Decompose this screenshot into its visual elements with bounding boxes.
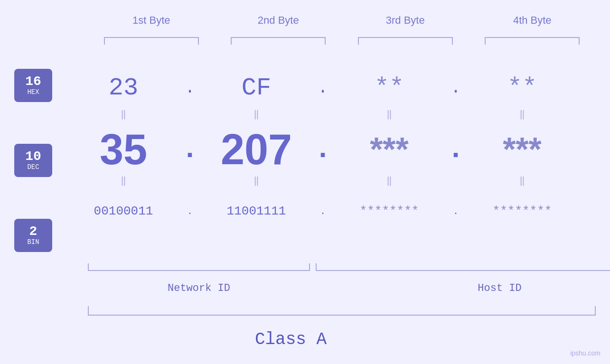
- hex-num: 16: [25, 75, 41, 88]
- network-id-label: Network ID: [88, 282, 310, 294]
- top-brackets: [88, 37, 596, 45]
- byte-header-3: 3rd Byte: [358, 14, 453, 27]
- bottom-brackets: [88, 263, 596, 273]
- pipe-row-2: ‖ ‖ ‖ ‖: [69, 173, 601, 187]
- hex-label: HEX: [27, 88, 39, 96]
- pipe-row-1: ‖ ‖ ‖ ‖: [69, 107, 601, 121]
- byte-header-2: 2nd Byte: [231, 14, 326, 27]
- dec-num: 10: [25, 150, 41, 163]
- hex-b2: CF: [202, 74, 311, 102]
- class-label: Class A: [0, 330, 582, 349]
- dec-badge: 10 DEC: [14, 144, 52, 177]
- dec-b4: ***: [468, 133, 577, 166]
- bracket-top-3: [358, 37, 453, 45]
- rows-container: 23 . CF . ** . ** ‖ ‖: [69, 57, 601, 230]
- base-labels: 16 HEX 10 DEC 2 BIN: [14, 69, 52, 252]
- byte-header-4: 4th Byte: [485, 14, 580, 27]
- dec-label: DEC: [27, 163, 39, 171]
- main-container: 1st Byte 2nd Byte 3rd Byte 4th Byte 16 H…: [0, 0, 610, 364]
- hex-badge: 16 HEX: [14, 69, 52, 102]
- bin-badge: 2 BIN: [14, 219, 52, 252]
- bin-dot-3: .: [444, 206, 468, 217]
- bracket-top-4: [485, 37, 580, 45]
- hex-b4: **: [468, 74, 577, 102]
- dec-b3: ***: [335, 133, 444, 166]
- id-labels: Network ID Host ID: [88, 282, 596, 294]
- bracket-top-1: [104, 37, 199, 45]
- hex-dot-3: .: [444, 78, 468, 98]
- bracket-row: [88, 263, 596, 273]
- dec-dot-2: .: [311, 135, 335, 164]
- host-id-label: Host ID: [316, 282, 610, 294]
- hex-b3: **: [335, 74, 444, 102]
- pipe-1-b1: ‖: [69, 108, 178, 120]
- pipe-1-b3: ‖: [335, 108, 444, 120]
- bin-b3: ********: [335, 204, 444, 218]
- dec-dot-1: .: [178, 135, 202, 164]
- pipe-2-b2: ‖: [202, 175, 311, 187]
- watermark: ipshu.com: [570, 349, 601, 357]
- dec-row: 35 . 207 . *** . ***: [69, 126, 601, 173]
- bin-num: 2: [29, 225, 38, 238]
- pipe-1-b4: ‖: [468, 108, 577, 120]
- hex-row: 23 . CF . ** . **: [69, 69, 601, 107]
- bin-b2: 11001111: [202, 204, 311, 218]
- bracket-network: [88, 263, 310, 271]
- bin-b1: 00100011: [69, 204, 178, 218]
- pipe-2-b1: ‖: [69, 175, 178, 187]
- byte-header-1: 1st Byte: [104, 14, 199, 27]
- bracket-top-2: [231, 37, 326, 45]
- pipe-2-b4: ‖: [468, 175, 577, 187]
- bin-dot-1: .: [178, 206, 202, 217]
- pipe-1-b2: ‖: [202, 108, 311, 120]
- hex-dot-2: .: [311, 78, 335, 98]
- bin-dot-2: .: [311, 206, 335, 217]
- dec-b1: 35: [69, 128, 178, 171]
- outer-bracket: [88, 306, 596, 316]
- hex-dot-1: .: [178, 78, 202, 98]
- hex-b1: 23: [69, 74, 178, 102]
- byte-headers: 1st Byte 2nd Byte 3rd Byte 4th Byte: [88, 14, 596, 27]
- pipe-2-b3: ‖: [335, 175, 444, 187]
- bin-b4: ********: [468, 204, 577, 218]
- bin-row: 00100011 . 11001111 . ******** . *******…: [69, 192, 601, 230]
- bracket-host: [316, 263, 610, 271]
- dec-dot-3: .: [444, 135, 468, 164]
- bin-label: BIN: [27, 238, 39, 246]
- dec-b2: 207: [202, 128, 311, 171]
